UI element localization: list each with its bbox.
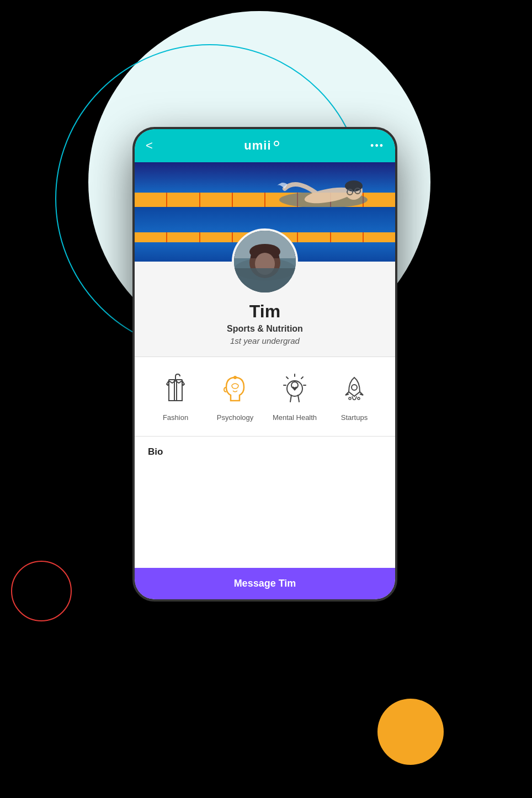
back-button[interactable]: < [146,139,153,153]
bio-title: Bio [148,446,163,457]
phone-frame: < umii ••• [132,127,397,602]
interest-fashion: Fashion [151,370,200,423]
content-spacer [135,467,395,568]
psychology-label: Psychology [217,413,253,423]
mental-health-label: Mental Health [273,413,317,423]
svg-point-24 [352,385,357,390]
avatar-image [234,231,296,292]
interest-psychology: Psychology [210,370,260,423]
svg-rect-12 [234,268,296,292]
fashion-icon [156,370,195,409]
interest-mental-health: Mental Health [270,370,320,423]
more-options-button[interactable]: ••• [370,140,384,152]
bg-circle-orange [377,699,444,765]
top-nav: < umii ••• [135,129,395,162]
interests-section: Fashion Psych [135,357,395,436]
svg-line-20 [301,377,303,379]
startups-label: Startups [341,413,368,423]
bio-section: Bio [135,437,395,467]
svg-point-16 [233,376,237,379]
svg-line-21 [286,377,288,379]
phone-screen: < umii ••• [135,129,395,599]
logo-icon [274,141,279,146]
swimmer-illustration [268,167,379,222]
svg-point-26 [358,397,360,400]
svg-point-25 [349,397,351,400]
psychology-icon [216,370,254,409]
fashion-label: Fashion [163,413,188,423]
interest-startups: Startups [329,370,379,423]
profile-name: Tim [249,301,280,322]
startups-icon [335,370,374,409]
profile-major: Sports & Nutrition [227,324,303,334]
app-logo: umii [244,139,279,153]
avatar [232,228,298,295]
bg-circle-red-outline [11,561,72,621]
profile-year: 1st year undergrad [230,336,300,345]
profile-section: Tim Sports & Nutrition 1st year undergra… [135,262,395,357]
message-button[interactable]: Message Tim [135,568,395,599]
mental-health-icon [275,370,314,409]
